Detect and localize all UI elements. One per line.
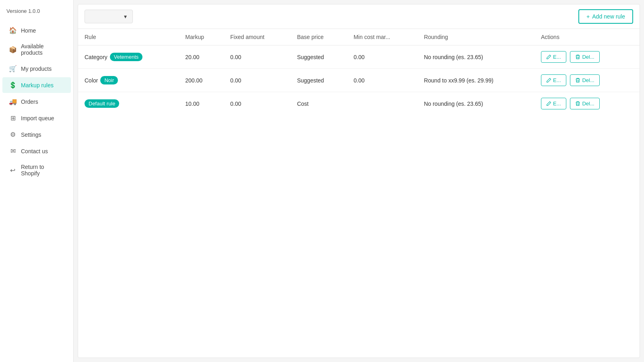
chevron-down-icon: ▾ bbox=[124, 13, 127, 20]
sidebar-item-settings[interactable]: ⚙ Settings bbox=[2, 127, 71, 142]
box-icon: 📦 bbox=[9, 46, 17, 53]
trash-icon bbox=[575, 101, 580, 106]
main-content: ▾ + Add new rule Rule Markup Fixed amoun… bbox=[74, 0, 644, 362]
plus-icon: + bbox=[586, 13, 590, 20]
min-cost-cell: 0.00 bbox=[347, 69, 417, 92]
filter-dropdown[interactable]: ▾ bbox=[85, 10, 133, 23]
sidebar-item-available-products-label: Available products bbox=[21, 43, 64, 56]
table-row: Color Noir 200.00 0.00 Suggested 0.00 Ro… bbox=[78, 69, 640, 92]
markup-cell: 200.00 bbox=[179, 69, 224, 92]
edit-label: E... bbox=[553, 101, 561, 107]
rounding-cell: No rounding (es. 23.65) bbox=[417, 92, 535, 115]
edit-button[interactable]: E... bbox=[541, 98, 566, 109]
sidebar-item-contact-us[interactable]: ✉ Contact us bbox=[2, 143, 71, 159]
mail-icon: ✉ bbox=[9, 147, 17, 155]
rule-cell: Default rule bbox=[78, 92, 179, 115]
sidebar-item-return-to-shopify[interactable]: ↩ Return to Shopify bbox=[2, 160, 71, 181]
delete-label: Del... bbox=[582, 54, 594, 60]
trash-icon bbox=[575, 54, 580, 60]
add-rule-label: Add new rule bbox=[592, 13, 625, 20]
return-icon: ↩ bbox=[9, 167, 17, 174]
home-icon: 🏠 bbox=[9, 27, 17, 34]
fixed-amount-cell: 0.00 bbox=[224, 45, 291, 69]
actions-cell: E... Del... bbox=[535, 45, 640, 69]
sidebar-item-home-label: Home bbox=[21, 27, 36, 34]
min-cost-cell: 0.00 bbox=[347, 45, 417, 69]
fixed-amount-cell: 0.00 bbox=[224, 92, 291, 115]
col-actions: Actions bbox=[535, 29, 640, 45]
base-price-cell: Suggested bbox=[291, 45, 347, 69]
delete-button[interactable]: Del... bbox=[570, 98, 599, 109]
sidebar-item-contact-us-label: Contact us bbox=[21, 148, 48, 154]
delete-label: Del... bbox=[582, 77, 594, 83]
sidebar-item-markup-rules[interactable]: 💲 Markup rules bbox=[2, 77, 71, 93]
truck-icon: 🚚 bbox=[9, 98, 17, 105]
col-rule: Rule bbox=[78, 29, 179, 45]
actions-cell: E... Del... bbox=[535, 69, 640, 92]
base-price-cell: Cost bbox=[291, 92, 347, 115]
min-cost-cell bbox=[347, 92, 417, 115]
sidebar: Versione 1.0.0 🏠 Home 📦 Available produc… bbox=[0, 0, 74, 362]
col-fixed-amount: Fixed amount bbox=[224, 29, 291, 45]
sidebar-item-available-products[interactable]: 📦 Available products bbox=[2, 39, 71, 60]
markup-cell: 10.00 bbox=[179, 92, 224, 115]
dollar-icon: 💲 bbox=[9, 81, 17, 89]
rule-prefix: Category bbox=[85, 54, 107, 60]
actions-cell: E... Del... bbox=[535, 92, 640, 115]
base-price-cell: Suggested bbox=[291, 69, 347, 92]
edit-icon bbox=[546, 78, 551, 83]
sidebar-item-orders-label: Orders bbox=[21, 99, 38, 105]
rule-badge: Vetements bbox=[110, 53, 142, 61]
col-markup: Markup bbox=[179, 29, 224, 45]
edit-label: E... bbox=[553, 54, 561, 60]
col-rounding: Rounding bbox=[417, 29, 535, 45]
edit-label: E... bbox=[553, 77, 561, 83]
rule-badge: Default rule bbox=[85, 99, 119, 108]
grid-icon: ⊞ bbox=[9, 114, 17, 122]
version-label: Versione 1.0.0 bbox=[0, 8, 73, 22]
add-rule-button[interactable]: + Add new rule bbox=[578, 9, 633, 24]
delete-button[interactable]: Del... bbox=[570, 51, 599, 63]
sidebar-item-my-products-label: My products bbox=[21, 66, 52, 72]
fixed-amount-cell: 0.00 bbox=[224, 69, 291, 92]
delete-label: Del... bbox=[582, 101, 594, 107]
content-panel: ▾ + Add new rule Rule Markup Fixed amoun… bbox=[78, 4, 640, 358]
sidebar-item-home[interactable]: 🏠 Home bbox=[2, 23, 71, 38]
col-min-cost: Min cost mar... bbox=[347, 29, 417, 45]
markup-cell: 20.00 bbox=[179, 45, 224, 69]
rules-table: Rule Markup Fixed amount Base price Min … bbox=[78, 29, 640, 115]
table-row: Default rule 10.00 0.00 Cost No rounding… bbox=[78, 92, 640, 115]
edit-icon bbox=[546, 54, 551, 60]
col-base-price: Base price bbox=[291, 29, 347, 45]
sidebar-item-import-queue-label: Import queue bbox=[21, 115, 54, 121]
rounding-cell: Round to xx9.99 (es. 29.99) bbox=[417, 69, 535, 92]
edit-button[interactable]: E... bbox=[541, 51, 566, 63]
edit-icon bbox=[546, 101, 551, 106]
sidebar-item-markup-rules-label: Markup rules bbox=[21, 82, 54, 88]
sidebar-item-import-queue[interactable]: ⊞ Import queue bbox=[2, 110, 71, 126]
delete-button[interactable]: Del... bbox=[570, 74, 599, 86]
table-row: Category Vetements 20.00 0.00 Suggested … bbox=[78, 45, 640, 69]
sidebar-item-settings-label: Settings bbox=[21, 132, 41, 138]
gear-icon: ⚙ bbox=[9, 131, 17, 138]
rule-prefix: Color bbox=[85, 77, 98, 84]
rounding-cell: No rounding (es. 23.65) bbox=[417, 45, 535, 69]
sidebar-item-return-to-shopify-label: Return to Shopify bbox=[21, 164, 64, 177]
rule-badge: Noir bbox=[100, 76, 118, 84]
rule-cell: Color Noir bbox=[78, 69, 179, 92]
trash-icon bbox=[575, 78, 580, 83]
top-bar: ▾ + Add new rule bbox=[78, 4, 640, 29]
sidebar-item-my-products[interactable]: 🛒 My products bbox=[2, 61, 71, 76]
rule-cell: Category Vetements bbox=[78, 45, 179, 69]
sidebar-item-orders[interactable]: 🚚 Orders bbox=[2, 94, 71, 109]
edit-button[interactable]: E... bbox=[541, 74, 566, 86]
cart-icon: 🛒 bbox=[9, 65, 17, 72]
